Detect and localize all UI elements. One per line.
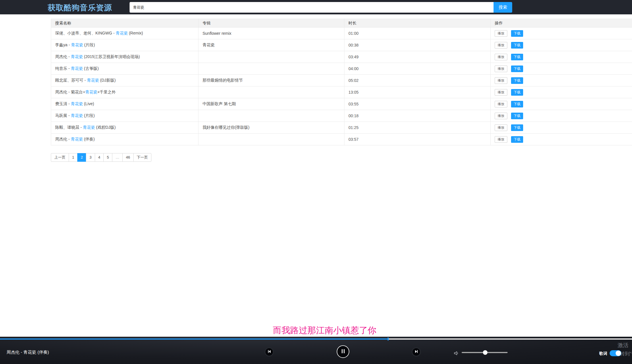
play-button[interactable]: 播放 bbox=[495, 89, 507, 96]
table-row: 周杰伦 - 青花瓷 (伴奏) 03:57 播放 下载 bbox=[51, 134, 632, 145]
watermark-line2: 转到“设 bbox=[620, 350, 632, 357]
song-keyword-link[interactable]: 青花瓷 bbox=[71, 113, 83, 118]
song-keyword-link[interactable]: 青花瓷 bbox=[71, 137, 83, 141]
page-3[interactable]: 3 bbox=[86, 153, 95, 162]
song-name-suffix: (Live) bbox=[83, 101, 94, 106]
song-name-cell: 纯音乐 - 青花瓷 (古筝版) bbox=[51, 63, 199, 75]
now-playing-title: 周杰伦 - 青花瓷 (伴奏) bbox=[7, 350, 49, 355]
duration-cell: 03:49 bbox=[344, 51, 491, 63]
duration-cell: 00:38 bbox=[344, 39, 491, 51]
album-cell bbox=[199, 86, 344, 98]
download-button[interactable]: 下载 bbox=[511, 42, 523, 49]
download-button[interactable]: 下载 bbox=[511, 30, 523, 37]
player-bar: 周杰伦 - 青花瓷 (伴奏) 歌词 激活 转到“设 bbox=[0, 337, 632, 364]
song-keyword-link[interactable]: 青花瓷 bbox=[71, 43, 83, 47]
volume-handle[interactable] bbox=[483, 350, 488, 355]
download-button[interactable]: 下载 bbox=[511, 66, 523, 72]
actions-cell: 播放 下载 bbox=[491, 122, 632, 134]
song-name-cell: 马跃展 - 青花瓷 (片段) bbox=[51, 110, 199, 122]
download-button[interactable]: 下载 bbox=[511, 136, 523, 143]
album-cell bbox=[199, 134, 344, 145]
song-name-suffix: +千里之外 bbox=[97, 90, 116, 94]
toggle-knob bbox=[616, 350, 621, 356]
pause-button[interactable] bbox=[337, 345, 349, 358]
table-row: 李鑫ya - 青花瓷 (片段) 青花瓷 00:38 播放 下载 bbox=[51, 39, 632, 51]
song-keyword-link[interactable]: 青花瓷 bbox=[116, 31, 128, 35]
column-header-actions: 操作 bbox=[491, 19, 632, 28]
table-header-row: 搜索名称 专辑 时长 操作 bbox=[51, 19, 632, 28]
song-name-cell: 周杰伦 - 青花瓷 (伴奏) bbox=[51, 134, 199, 145]
table-row: 顾北笙、苏可可 - 青花瓷 (DJ新版) 那些最煽情的电影情节 05:02 播放… bbox=[51, 75, 632, 86]
table-row: 周杰伦 - 菊花台+青花瓷+千里之外 13:05 播放 下载 bbox=[51, 86, 632, 98]
song-keyword-link[interactable]: 青花瓷 bbox=[71, 54, 83, 59]
song-name-prefix: 马跃展 - bbox=[55, 113, 71, 118]
column-header-album: 专辑 bbox=[199, 19, 344, 28]
play-button[interactable]: 播放 bbox=[495, 66, 507, 72]
lyrics-toggle-switch[interactable] bbox=[610, 350, 621, 356]
song-name-cell: 周杰伦 - 菊花台+青花瓷+千里之外 bbox=[51, 86, 199, 98]
song-name-suffix: (古筝版) bbox=[83, 66, 99, 71]
activation-watermark: 激活 转到“设 bbox=[618, 342, 629, 349]
volume-slider[interactable] bbox=[462, 352, 508, 353]
download-button[interactable]: 下载 bbox=[511, 89, 523, 96]
download-button[interactable]: 下载 bbox=[511, 101, 523, 107]
actions-cell: 播放 下载 bbox=[491, 63, 632, 75]
song-name-suffix: (片段) bbox=[83, 43, 95, 47]
page-1[interactable]: 1 bbox=[69, 153, 78, 162]
actions-cell: 播放 下载 bbox=[491, 86, 632, 98]
seek-bar-played bbox=[0, 338, 388, 340]
song-keyword-link[interactable]: 青花瓷 bbox=[85, 90, 97, 94]
song-name-suffix: (Remix) bbox=[128, 31, 143, 35]
song-name-prefix: 陈毅、谭晓晨 - bbox=[55, 125, 83, 130]
table-row: 纯音乐 - 青花瓷 (古筝版) 04:00 播放 下载 bbox=[51, 63, 632, 75]
song-name-prefix: 顾北笙、苏可可 - bbox=[55, 78, 87, 82]
play-button[interactable]: 播放 bbox=[495, 42, 507, 49]
play-button[interactable]: 播放 bbox=[495, 113, 507, 119]
download-button[interactable]: 下载 bbox=[511, 54, 523, 60]
search-button[interactable]: 搜索 bbox=[494, 2, 512, 13]
page-46[interactable]: 46 bbox=[122, 153, 133, 162]
table-row: 马跃展 - 青花瓷 (片段) 00:18 播放 下载 bbox=[51, 110, 632, 122]
song-name-prefix: 周杰伦 - bbox=[55, 137, 71, 141]
page-2[interactable]: 2 bbox=[77, 153, 86, 162]
next-track-button[interactable] bbox=[412, 347, 421, 357]
song-name-cell: 顾北笙、苏可可 - 青花瓷 (DJ新版) bbox=[51, 75, 199, 86]
play-button[interactable]: 播放 bbox=[495, 54, 507, 60]
song-keyword-link[interactable]: 青花瓷 bbox=[71, 66, 83, 71]
album-cell bbox=[199, 63, 344, 75]
song-name-suffix: (戏腔DJ版) bbox=[95, 125, 115, 130]
play-button[interactable]: 播放 bbox=[495, 136, 507, 143]
song-name-prefix: 李鑫ya - bbox=[55, 43, 71, 47]
song-name-cell: 琛佬、小波蒂、老何、KINGWG - 青花瓷 (Remix) bbox=[51, 28, 199, 39]
play-button[interactable]: 播放 bbox=[495, 77, 507, 84]
page-prev[interactable]: 上一页 bbox=[51, 153, 69, 162]
song-keyword-link[interactable]: 青花瓷 bbox=[83, 125, 95, 130]
download-button[interactable]: 下载 bbox=[511, 77, 523, 84]
duration-cell: 00:18 bbox=[344, 110, 491, 122]
duration-cell: 01:00 bbox=[344, 28, 491, 39]
actions-cell: 播放 下载 bbox=[491, 39, 632, 51]
seek-handle[interactable] bbox=[388, 338, 389, 340]
play-button[interactable]: 播放 bbox=[495, 124, 507, 131]
seek-bar[interactable] bbox=[0, 338, 632, 340]
song-keyword-link[interactable]: 青花瓷 bbox=[87, 78, 99, 82]
table-row: 费玉清 - 青花瓷 (Live) 中国新歌声 第七期 03:55 播放 下载 bbox=[51, 98, 632, 110]
table-row: 周杰伦 - 青花瓷 (2015江苏卫视新年演唱会现场) 03:49 播放 下载 bbox=[51, 51, 632, 63]
album-cell: 我好像在哪见过你(弹鼓版) bbox=[199, 122, 344, 134]
song-keyword-link[interactable]: 青花瓷 bbox=[71, 101, 83, 106]
page-5[interactable]: 5 bbox=[103, 153, 112, 162]
play-button[interactable]: 播放 bbox=[495, 101, 507, 107]
top-header-bar: 获取酷狗音乐资源 搜索 bbox=[0, 0, 632, 14]
pause-icon bbox=[341, 349, 345, 355]
previous-track-button[interactable] bbox=[265, 347, 274, 357]
actions-cell: 播放 下载 bbox=[491, 28, 632, 39]
page-4[interactable]: 4 bbox=[95, 153, 104, 162]
download-button[interactable]: 下载 bbox=[511, 124, 523, 131]
search-input[interactable] bbox=[130, 2, 494, 13]
lyrics-toggle-label: 歌词 bbox=[599, 351, 607, 356]
download-button[interactable]: 下载 bbox=[511, 113, 523, 119]
play-button[interactable]: 播放 bbox=[495, 30, 507, 37]
page-next[interactable]: 下一页 bbox=[133, 153, 151, 162]
duration-cell: 04:00 bbox=[344, 63, 491, 75]
duration-cell: 01:25 bbox=[344, 122, 491, 134]
